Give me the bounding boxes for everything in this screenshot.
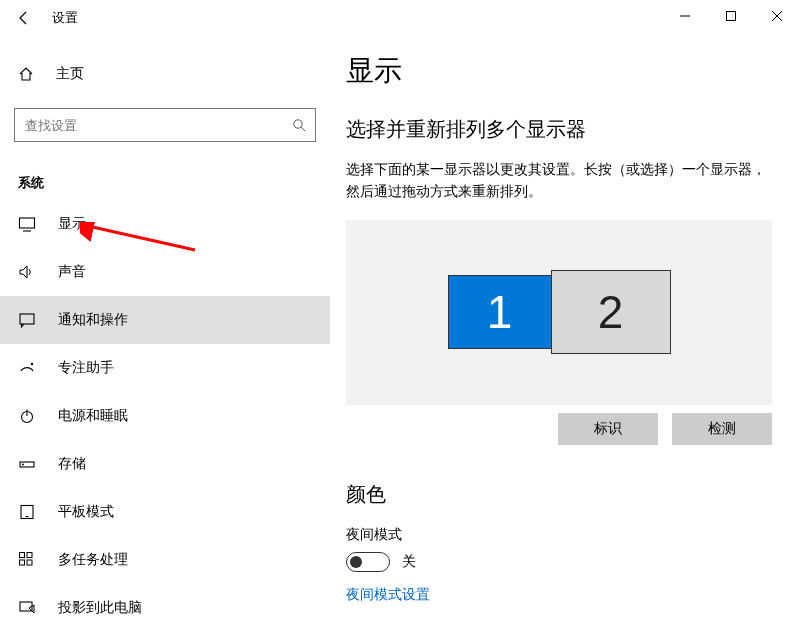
svg-rect-16 bbox=[27, 553, 32, 558]
close-button[interactable] bbox=[754, 0, 800, 32]
tablet-mode-icon bbox=[18, 503, 36, 521]
arrange-heading: 选择并重新排列多个显示器 bbox=[346, 116, 772, 143]
sound-icon bbox=[18, 263, 36, 281]
night-light-label: 夜间模式 bbox=[346, 526, 772, 544]
project-icon bbox=[18, 599, 36, 617]
power-icon bbox=[18, 407, 36, 425]
monitor-arrangement-canvas[interactable]: 1 2 bbox=[346, 220, 772, 405]
sidebar: 主页 系统 显示 声音 bbox=[0, 36, 330, 632]
night-light-toggle[interactable] bbox=[346, 552, 390, 572]
home-nav[interactable]: 主页 bbox=[0, 56, 330, 92]
nav-list: 显示 声音 通知和操作 专注助手 bbox=[0, 200, 330, 632]
main-content: 显示 选择并重新排列多个显示器 选择下面的某一显示器以更改其设置。长按（或选择）… bbox=[330, 36, 800, 632]
sidebar-item-label: 通知和操作 bbox=[58, 311, 128, 329]
sidebar-item-power[interactable]: 电源和睡眠 bbox=[0, 392, 330, 440]
home-label: 主页 bbox=[56, 65, 84, 83]
detect-button[interactable]: 检测 bbox=[672, 413, 772, 445]
svg-rect-4 bbox=[20, 218, 35, 228]
svg-point-11 bbox=[22, 464, 24, 466]
sidebar-item-label: 多任务处理 bbox=[58, 551, 128, 569]
sidebar-item-label: 投影到此电脑 bbox=[58, 599, 142, 617]
sidebar-item-multitasking[interactable]: 多任务处理 bbox=[0, 536, 330, 584]
sidebar-item-label: 显示 bbox=[58, 215, 86, 233]
display-icon bbox=[18, 215, 36, 233]
search-box[interactable] bbox=[14, 108, 316, 142]
svg-rect-14 bbox=[20, 553, 25, 558]
sidebar-item-label: 电源和睡眠 bbox=[58, 407, 128, 425]
page-title: 显示 bbox=[346, 52, 772, 90]
storage-icon bbox=[18, 455, 36, 473]
sidebar-item-project[interactable]: 投影到此电脑 bbox=[0, 584, 330, 632]
svg-rect-6 bbox=[20, 314, 34, 324]
svg-point-2 bbox=[294, 120, 302, 128]
sidebar-item-label: 存储 bbox=[58, 455, 86, 473]
sidebar-item-display[interactable]: 显示 bbox=[0, 200, 330, 248]
color-heading: 颜色 bbox=[346, 481, 772, 508]
sidebar-item-tablet-mode[interactable]: 平板模式 bbox=[0, 488, 330, 536]
titlebar: 设置 bbox=[0, 0, 800, 36]
sidebar-item-sound[interactable]: 声音 bbox=[0, 248, 330, 296]
back-button[interactable] bbox=[4, 0, 44, 36]
minimize-button[interactable] bbox=[662, 0, 708, 32]
night-light-state: 关 bbox=[402, 553, 416, 571]
search-input[interactable] bbox=[14, 108, 316, 142]
svg-line-3 bbox=[301, 127, 305, 131]
identify-button[interactable]: 标识 bbox=[558, 413, 658, 445]
multitasking-icon bbox=[18, 551, 36, 569]
svg-point-7 bbox=[31, 363, 33, 365]
svg-rect-1 bbox=[727, 12, 736, 21]
window-controls bbox=[662, 0, 800, 32]
monitor-1[interactable]: 1 bbox=[448, 275, 552, 349]
svg-rect-15 bbox=[20, 560, 25, 565]
maximize-button[interactable] bbox=[708, 0, 754, 32]
arrange-description: 选择下面的某一显示器以更改其设置。长按（或选择）一个显示器，然后通过拖动方式来重… bbox=[346, 159, 772, 204]
sidebar-item-notifications[interactable]: 通知和操作 bbox=[0, 296, 330, 344]
night-light-settings-link[interactable]: 夜间模式设置 bbox=[346, 586, 772, 604]
sidebar-item-label: 专注助手 bbox=[58, 359, 114, 377]
home-icon bbox=[18, 66, 34, 82]
section-label: 系统 bbox=[18, 174, 330, 192]
focus-assist-icon bbox=[18, 359, 36, 377]
monitor-2[interactable]: 2 bbox=[551, 270, 671, 354]
sidebar-item-label: 平板模式 bbox=[58, 503, 114, 521]
sidebar-item-label: 声音 bbox=[58, 263, 86, 281]
svg-rect-17 bbox=[27, 560, 32, 565]
sidebar-item-storage[interactable]: 存储 bbox=[0, 440, 330, 488]
sidebar-item-focus-assist[interactable]: 专注助手 bbox=[0, 344, 330, 392]
search-icon bbox=[292, 118, 306, 132]
window-title: 设置 bbox=[52, 9, 78, 27]
notifications-icon bbox=[18, 311, 36, 329]
